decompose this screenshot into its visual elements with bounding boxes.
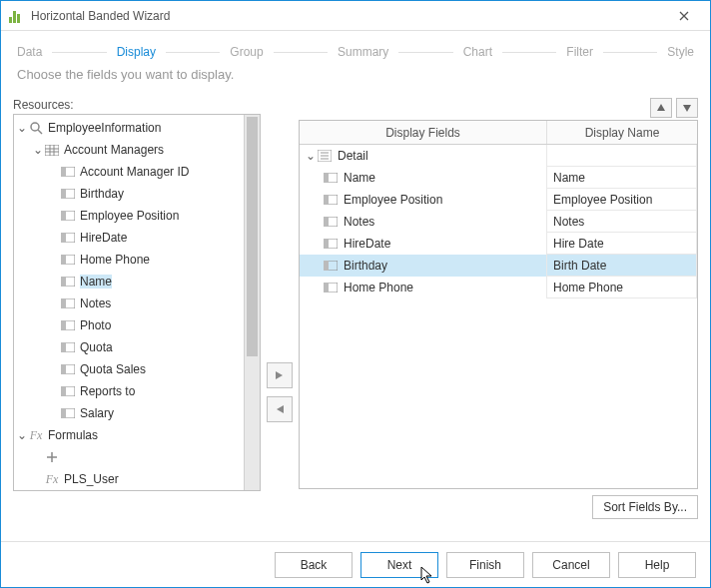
footer: Back Next Finish Cancel Help xyxy=(1,541,710,587)
svg-rect-16 xyxy=(61,255,66,265)
svg-point-0 xyxy=(31,123,39,131)
step-group[interactable]: Group xyxy=(230,45,263,59)
tree-formulas[interactable]: ⌄FxFormulas xyxy=(14,424,244,446)
grid-row[interactable]: NotesNotes xyxy=(300,211,697,233)
svg-rect-42 xyxy=(324,217,329,227)
move-up-button[interactable] xyxy=(650,98,672,118)
resources-label: Resources: xyxy=(13,98,261,114)
svg-rect-8 xyxy=(61,167,66,177)
svg-line-1 xyxy=(38,130,42,134)
help-button[interactable]: Help xyxy=(618,552,696,578)
svg-rect-26 xyxy=(61,364,66,374)
tree-field[interactable]: Quota Sales xyxy=(14,358,244,380)
step-display[interactable]: Display xyxy=(117,45,156,59)
svg-rect-12 xyxy=(61,211,66,221)
svg-rect-44 xyxy=(324,239,329,249)
cancel-button[interactable]: Cancel xyxy=(532,552,610,578)
display-fields-grid[interactable]: Display Fields Display Name ⌄DetailNameN… xyxy=(299,120,698,489)
svg-rect-40 xyxy=(324,195,329,205)
remove-button[interactable] xyxy=(267,396,293,422)
tree-field[interactable]: Birthday xyxy=(14,183,244,205)
close-icon[interactable] xyxy=(664,2,704,30)
step-summary[interactable]: Summary xyxy=(338,45,388,59)
window-title: Horizontal Banded Wizard xyxy=(31,9,170,23)
step-filter[interactable]: Filter xyxy=(566,45,593,59)
back-button[interactable]: Back xyxy=(275,552,353,578)
tree-field[interactable]: Quota xyxy=(14,336,244,358)
next-button[interactable]: Next xyxy=(360,552,438,578)
page-subtitle: Choose the fields you want to display. xyxy=(1,67,710,98)
svg-rect-28 xyxy=(61,386,66,396)
step-style[interactable]: Style xyxy=(667,45,694,59)
grid-row[interactable]: HireDateHire Date xyxy=(300,233,697,255)
grid-row[interactable]: BirthdayBirth Date xyxy=(300,255,697,277)
move-down-button[interactable] xyxy=(676,98,698,118)
finish-button[interactable]: Finish xyxy=(446,552,524,578)
svg-rect-24 xyxy=(61,342,66,352)
grid-row[interactable]: NameName xyxy=(300,167,697,189)
col-display-fields[interactable]: Display Fields xyxy=(300,121,547,144)
svg-rect-22 xyxy=(61,320,66,330)
app-icon xyxy=(9,9,23,23)
tree-field[interactable]: Notes xyxy=(14,293,244,314)
grid-detail-row[interactable]: ⌄Detail xyxy=(300,145,697,167)
tree-field[interactable]: Reports to xyxy=(14,380,244,402)
titlebar: Horizontal Banded Wizard xyxy=(1,1,710,31)
tree-field[interactable]: HireDate xyxy=(14,227,244,249)
add-button[interactable] xyxy=(267,362,293,388)
step-data[interactable]: Data xyxy=(17,45,42,59)
svg-rect-20 xyxy=(61,298,66,308)
svg-rect-18 xyxy=(61,277,66,287)
tree-field[interactable]: Photo xyxy=(14,314,244,336)
tree-group[interactable]: ⌄Account Managers xyxy=(14,139,244,161)
tree-field[interactable]: Account Manager ID xyxy=(14,161,244,183)
step-chart[interactable]: Chart xyxy=(463,45,492,59)
scrollbar[interactable] xyxy=(244,115,260,490)
resources-tree[interactable]: ⌄EmployeeInformation⌄Account ManagersAcc… xyxy=(13,114,261,491)
sort-fields-button[interactable]: Sort Fields By... xyxy=(592,495,698,519)
svg-rect-48 xyxy=(324,283,329,293)
grid-row[interactable]: Employee PositionEmployee Position xyxy=(300,189,697,211)
tree-new-formula[interactable] xyxy=(14,446,244,468)
svg-rect-10 xyxy=(61,189,66,199)
tree-field[interactable]: Home Phone xyxy=(14,249,244,271)
tree-formula-item[interactable]: FxPLS_User xyxy=(14,468,244,490)
tree-root[interactable]: ⌄EmployeeInformation xyxy=(14,117,244,139)
tree-field[interactable]: Employee Position xyxy=(14,205,244,227)
svg-rect-38 xyxy=(324,173,329,183)
svg-rect-2 xyxy=(45,145,59,156)
col-display-name[interactable]: Display Name xyxy=(547,121,697,144)
tree-field[interactable]: Name xyxy=(14,271,244,293)
svg-rect-14 xyxy=(61,233,66,243)
svg-rect-30 xyxy=(61,408,66,418)
grid-row[interactable]: Home PhoneHome Phone xyxy=(300,277,697,298)
wizard-steps: Data Display Group Summary Chart Filter … xyxy=(1,31,710,67)
svg-rect-46 xyxy=(324,261,329,271)
tree-field[interactable]: Salary xyxy=(14,402,244,424)
